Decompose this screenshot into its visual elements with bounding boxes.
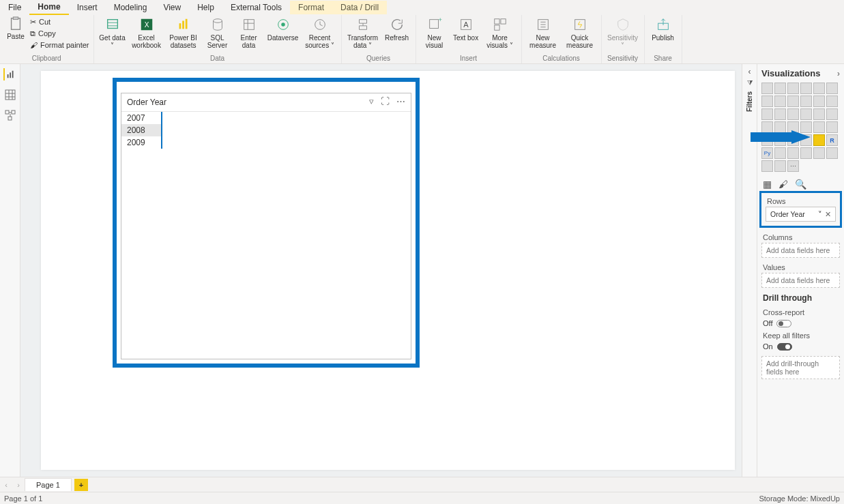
viz-key-influencers[interactable]: [774, 147, 786, 159]
viz-paginated[interactable]: [826, 147, 838, 159]
tab-data-drill[interactable]: Data / Drill: [332, 1, 387, 14]
recent-sources-button[interactable]: Recent sources ˅: [303, 16, 337, 49]
viz-donut[interactable]: [813, 108, 825, 120]
viz-line-clustered[interactable]: [813, 95, 825, 107]
viz-pie[interactable]: [800, 108, 812, 120]
viz-card[interactable]: [826, 121, 838, 133]
viz-treemap[interactable]: [826, 108, 838, 120]
tab-view[interactable]: View: [155, 1, 189, 14]
cut-button[interactable]: ✂Cut: [30, 16, 89, 27]
copy-button[interactable]: ⧉Copy: [30, 28, 89, 39]
enter-data-button[interactable]: Enter data: [235, 16, 263, 49]
model-view-button[interactable]: [4, 109, 16, 121]
visual-focus-icon[interactable]: ⛶: [381, 96, 390, 106]
viz-line-stacked[interactable]: [800, 95, 812, 107]
visual-more-icon[interactable]: ⋯: [396, 96, 405, 106]
format-painter-button[interactable]: 🖌Format painter: [30, 40, 89, 50]
viz-table[interactable]: [800, 134, 812, 146]
viz-filled-map[interactable]: [774, 121, 786, 133]
viz-line[interactable]: [761, 95, 773, 107]
cross-report-toggle[interactable]: [776, 320, 791, 327]
columns-well[interactable]: Add data fields here: [761, 243, 840, 258]
svg-text:+: +: [438, 17, 441, 23]
paste-icon[interactable]: [8, 16, 23, 33]
values-well[interactable]: Add data fields here: [761, 273, 840, 288]
viz-r[interactable]: R: [826, 134, 838, 146]
drill-through-well[interactable]: Add drill-through fields here: [761, 356, 840, 379]
viz-smart-narrative[interactable]: [813, 147, 825, 159]
viz-waterfall[interactable]: [761, 108, 773, 120]
dataverse-button[interactable]: Dataverse: [266, 16, 300, 42]
tab-modeling[interactable]: Modeling: [106, 1, 156, 14]
get-data-button[interactable]: Get data ˅: [98, 16, 127, 49]
report-canvas[interactable]: ▿ ⛶ ⋯ Order Year 2007 2008 2009: [41, 71, 735, 470]
viz-power-apps[interactable]: [761, 160, 773, 172]
more-visuals-button[interactable]: More visuals ˅: [483, 16, 517, 49]
viz-qna[interactable]: [800, 147, 812, 159]
refresh-button[interactable]: Refresh: [383, 16, 411, 42]
excel-button[interactable]: XExcel workbook: [130, 16, 164, 49]
tab-file[interactable]: File: [0, 1, 29, 14]
format-tab-icon[interactable]: 🖌: [778, 179, 788, 190]
page-prev-button[interactable]: ‹: [0, 481, 12, 489]
visual-filter-icon[interactable]: ▿: [369, 96, 374, 106]
matrix-row[interactable]: 2007: [121, 112, 162, 124]
quick-measure-button[interactable]: Quick measure: [563, 16, 597, 49]
expand-filters-button[interactable]: ‹: [748, 67, 751, 76]
group-label-clipboard: Clipboard: [4, 55, 89, 63]
tab-help[interactable]: Help: [189, 1, 222, 14]
new-visual-button[interactable]: +New visual: [420, 16, 449, 49]
viz-map[interactable]: [761, 121, 773, 133]
rows-field-chip[interactable]: Order Year ˅ ✕: [766, 207, 836, 222]
viz-clustered-bar[interactable]: [787, 83, 799, 94]
matrix-row[interactable]: 2009: [121, 136, 162, 149]
tab-external-tools[interactable]: External Tools: [222, 1, 290, 14]
text-box-button[interactable]: AText box: [452, 16, 480, 42]
transform-data-button[interactable]: Transform data ˅: [346, 16, 380, 49]
viz-area[interactable]: [774, 95, 786, 107]
sensitivity-button[interactable]: Sensitivity ˅: [606, 16, 640, 49]
fields-tab-icon[interactable]: ▦: [763, 179, 772, 190]
publish-button[interactable]: Publish: [649, 16, 678, 42]
viz-funnel[interactable]: [774, 108, 786, 120]
viz-multi-card[interactable]: [761, 134, 773, 146]
viz-kpi[interactable]: [774, 134, 786, 146]
matrix-row[interactable]: 2008: [121, 124, 162, 136]
tab-format[interactable]: Format: [290, 1, 332, 14]
data-view-button[interactable]: [4, 89, 16, 101]
pbi-datasets-button[interactable]: Power BI datasets: [166, 16, 201, 49]
sql-button[interactable]: SQL Server: [203, 16, 232, 49]
page-next-button[interactable]: ›: [12, 481, 25, 489]
canvas-area[interactable]: ▿ ⛶ ⋯ Order Year 2007 2008 2009: [20, 64, 742, 477]
report-view-button[interactable]: [3, 68, 16, 80]
add-page-button[interactable]: +: [74, 479, 88, 491]
chevron-down-icon[interactable]: ˅: [818, 210, 822, 218]
viz-get-more[interactable]: ⋯: [787, 160, 799, 172]
viz-stacked-bar[interactable]: [761, 83, 773, 94]
viz-pane-expand-icon[interactable]: ›: [837, 68, 840, 78]
remove-field-icon[interactable]: ✕: [825, 210, 831, 218]
tab-home[interactable]: Home: [29, 0, 68, 15]
viz-shape-map[interactable]: [787, 121, 799, 133]
viz-matrix[interactable]: [813, 134, 825, 146]
viz-100-column[interactable]: [826, 83, 838, 94]
viz-ribbon[interactable]: [826, 95, 838, 107]
viz-100-bar[interactable]: [813, 83, 825, 94]
new-measure-button[interactable]: New measure: [526, 16, 560, 49]
matrix-visual-selected[interactable]: ▿ ⛶ ⋯ Order Year 2007 2008 2009: [113, 78, 420, 368]
matrix-visual[interactable]: ▿ ⛶ ⋯ Order Year 2007 2008 2009: [121, 93, 411, 359]
viz-scatter[interactable]: [787, 108, 799, 120]
viz-py[interactable]: Py: [761, 147, 773, 159]
viz-stacked-column[interactable]: [774, 83, 786, 94]
viz-gauge[interactable]: [813, 121, 825, 133]
analytics-tab-icon[interactable]: 🔍: [795, 179, 806, 190]
viz-decomp-tree[interactable]: [787, 147, 799, 159]
viz-stacked-area[interactable]: [787, 95, 799, 107]
viz-power-automate[interactable]: [774, 160, 786, 172]
viz-slicer[interactable]: [787, 134, 799, 146]
viz-azure-map[interactable]: [800, 121, 812, 133]
tab-insert[interactable]: Insert: [69, 1, 106, 14]
viz-clustered-column[interactable]: [800, 83, 812, 94]
page-tab-1[interactable]: Page 1: [25, 478, 72, 491]
keep-filters-toggle[interactable]: [777, 343, 792, 351]
